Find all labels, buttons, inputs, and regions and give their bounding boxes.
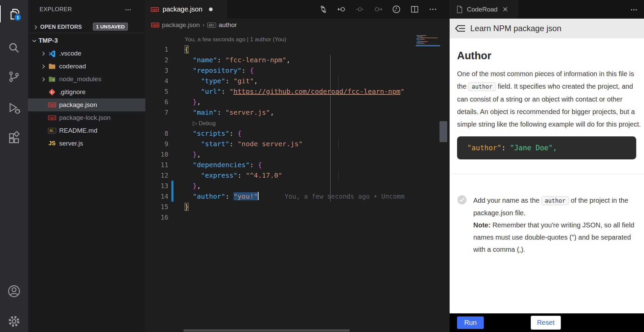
minimap[interactable]	[416, 34, 440, 135]
activity-run-debug-button[interactable]	[0, 98, 28, 117]
line-number: 5	[145, 86, 168, 97]
explorer-more-actions-icon[interactable]	[124, 6, 132, 14]
code-line[interactable]: 9 "start": "node server.js"	[145, 139, 416, 149]
tab-coderoad[interactable]: CodeRoad ✕	[450, 0, 518, 19]
activity-explorer-button[interactable]: 1	[0, 5, 28, 23]
activity-source-control-button[interactable]	[0, 67, 28, 86]
code-line[interactable]: 15}	[145, 202, 416, 212]
code-line[interactable]: 3 "repository": {	[145, 65, 416, 76]
debug-codelens[interactable]: ▷ Debug	[145, 118, 416, 128]
line-number: 4	[145, 76, 168, 86]
folder-icon	[48, 62, 56, 70]
settings-icon	[7, 314, 21, 328]
file-item-coderoad[interactable]: coderoad	[28, 60, 145, 73]
code-example: "author": "Jane Doe",	[457, 136, 636, 159]
run-button[interactable]: Run	[457, 316, 484, 329]
code-line[interactable]: 7 "main": "server.js",	[145, 107, 416, 118]
inline-code-chip: author	[468, 82, 496, 91]
workspace-root-item[interactable]: TMP-3	[28, 35, 145, 47]
git-icon	[48, 88, 56, 96]
minimap-line	[421, 38, 437, 38]
line-number: 3	[145, 65, 168, 76]
more-actions-icon[interactable]	[428, 5, 437, 14]
file-label: README.md	[59, 127, 97, 134]
code-line[interactable]: 1{	[145, 44, 416, 55]
line-number: 16	[145, 212, 168, 223]
line-number: 9	[145, 139, 168, 149]
file-icon	[456, 5, 463, 14]
code-line[interactable]: 10 },	[145, 149, 416, 160]
extensions-icon	[7, 131, 21, 145]
explorer-title: EXPLORER	[40, 6, 72, 13]
activity-extensions-button[interactable]	[0, 129, 28, 147]
code-line[interactable]: 13 },	[145, 181, 416, 191]
file-item-server.js[interactable]: JSserver.js	[28, 137, 145, 150]
file-item-package-lock.json[interactable]: npmpackage-lock.json	[28, 111, 145, 124]
code-line[interactable]: 14 "author": "you!"You, a few seconds ag…	[145, 191, 416, 202]
js-icon: JS	[48, 139, 56, 148]
code-line[interactable]: 16	[145, 212, 416, 223]
code-token: "author"	[467, 144, 501, 152]
code-line[interactable]: 5 "url": "https://github.com/coderoad/fc…	[145, 86, 416, 97]
code-line[interactable]: 8 "scripts": {	[145, 128, 416, 139]
file-item-README.md[interactable]: M↓README.md	[28, 124, 145, 137]
run-debug-icon	[7, 101, 21, 115]
open-editors-section[interactable]: OPEN EDITORS 1 UNSAVED	[28, 21, 145, 33]
panel-more-actions-icon[interactable]	[630, 6, 638, 14]
open-next-change-icon[interactable]	[374, 5, 383, 14]
npm-file-icon: npm	[151, 23, 159, 27]
file-item-.vscode[interactable]: .vscode	[28, 47, 145, 60]
reset-button[interactable]: Reset	[531, 316, 561, 330]
authors-codelens[interactable]: You, a few seconds ago | 1 author (You)	[145, 34, 416, 44]
compare-changes-icon[interactable]	[319, 5, 328, 14]
previous-change-icon[interactable]	[337, 5, 346, 14]
inline-blame: You, a few seconds ago • Uncomm	[285, 191, 405, 202]
text-run: Remember that you're writing JSON, so al…	[473, 221, 634, 253]
unsaved-badge: 1 UNSAVED	[93, 23, 128, 30]
unsaved-dot-icon[interactable]	[209, 7, 213, 11]
file-label: .vscode	[59, 50, 81, 57]
minimap-line	[420, 39, 424, 40]
line-number: 7	[145, 107, 168, 118]
modified-line-marker	[171, 181, 173, 191]
inline-code-chip: author	[541, 196, 569, 205]
scrollbar-thumb[interactable]	[439, 121, 447, 142]
npm-icon: npm	[48, 101, 56, 109]
code-line[interactable]: 4 "type": "git",	[145, 76, 416, 86]
file-item-node_modules[interactable]: JSnode_modules	[28, 73, 145, 86]
line-number: 14	[145, 191, 168, 202]
minimap-line	[426, 35, 426, 36]
code-line[interactable]: 2 "name": "fcc-learn-npm",	[145, 55, 416, 65]
minimap-line	[424, 39, 425, 40]
workspace-root-label: TMP-3	[39, 37, 58, 44]
tab-package-json[interactable]: npm package.json	[145, 0, 227, 19]
minimap-line	[420, 35, 426, 36]
back-to-menu-icon[interactable]	[455, 23, 466, 34]
horizontal-scrollbar[interactable]	[184, 329, 350, 332]
code-line[interactable]: 11 "dependencies": {	[145, 160, 416, 170]
next-change-icon[interactable]	[355, 5, 364, 14]
file-label: package-lock.json	[59, 114, 111, 121]
activity-settings-button[interactable]	[0, 312, 28, 330]
tutorial-content: Author One of the most common pieces of …	[450, 38, 644, 313]
minimap-line	[421, 41, 428, 42]
timeline-icon[interactable]	[392, 5, 401, 14]
minimap-line	[418, 44, 421, 44]
split-editor-icon[interactable]	[410, 5, 419, 14]
activity-bar: 1	[0, 0, 28, 332]
file-item-.gitignore[interactable]: .gitignore	[28, 86, 145, 98]
code-editor[interactable]: You, a few seconds ago | 1 author (You)1…	[145, 34, 416, 223]
code-line[interactable]: 6 },	[145, 97, 416, 107]
file-item-package.json[interactable]: npmpackage.json	[28, 98, 145, 111]
code-token: :	[501, 144, 510, 152]
close-icon[interactable]: ✕	[502, 5, 508, 14]
code-line[interactable]: 12 "express": "^4.17.0"	[145, 170, 416, 181]
editor-tab-bar: npm package.json	[145, 0, 450, 19]
minimap-current-line	[416, 45, 440, 46]
breadcrumb-symbol[interactable]: author	[219, 21, 237, 29]
text-run: Note:	[473, 221, 491, 229]
breadcrumb-file[interactable]: package.json	[162, 21, 200, 29]
file-label: server.js	[59, 140, 83, 147]
activity-account-button[interactable]	[0, 282, 28, 300]
activity-search-button[interactable]	[0, 39, 28, 57]
